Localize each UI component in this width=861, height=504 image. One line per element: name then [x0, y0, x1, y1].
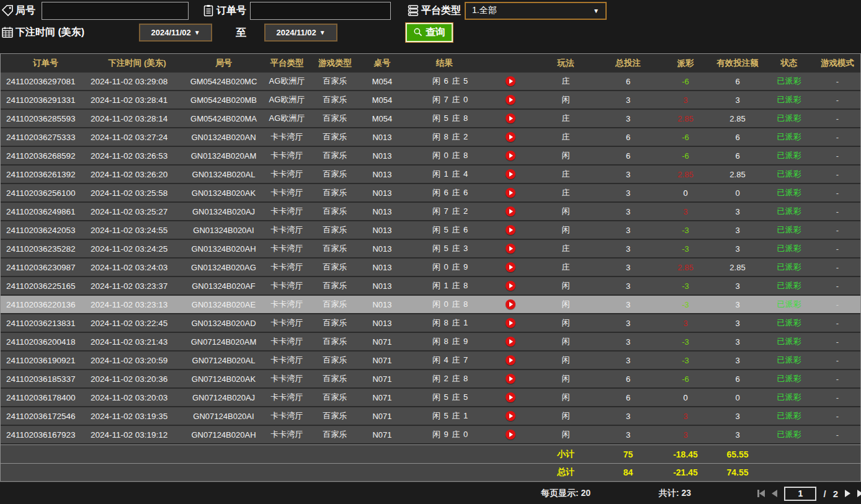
cell-valid-bet: 3	[712, 356, 764, 365]
cell-result: 闲 0 庄 9	[404, 262, 535, 273]
subtotal-payout: -18.45	[659, 449, 712, 459]
cell-table-number: N071	[360, 430, 404, 440]
cell-table-number: N013	[360, 244, 404, 254]
table-row[interactable]: 241102036213831 2024-11-02 03:22:45 GN01…	[1, 314, 860, 333]
cell-platform: 卡卡湾厅	[264, 373, 310, 384]
play-video-icon[interactable]	[506, 113, 515, 123]
cell-round-number: GN01324B020AG	[184, 263, 264, 272]
cell-bet-time: 2024-11-02 03:26:20	[91, 170, 184, 179]
table-row[interactable]: 241102036172546 2024-11-02 03:19:35 GN07…	[1, 407, 860, 426]
play-video-icon[interactable]	[506, 76, 515, 86]
cell-platform: 卡卡湾厅	[264, 131, 310, 143]
cell-order-number: 241102036172546	[1, 412, 91, 421]
cell-game-mode: -	[814, 412, 860, 421]
table-row[interactable]: 241102036235282 2024-11-02 03:24:25 GN01…	[1, 240, 860, 259]
cell-payout: -3	[659, 226, 712, 235]
play-video-icon[interactable]	[506, 355, 515, 365]
cell-result: 闲 8 庄 9	[404, 336, 535, 347]
play-video-icon[interactable]	[506, 188, 515, 198]
page-number-input[interactable]	[784, 487, 816, 501]
cell-status: 已派彩	[764, 76, 814, 87]
cell-table-number: N013	[360, 170, 404, 179]
play-video-icon[interactable]	[506, 132, 515, 142]
table-row[interactable]: 241102036268592 2024-11-02 03:26:53 GN01…	[1, 147, 860, 166]
cell-platform: 卡卡湾厅	[264, 336, 310, 347]
cell-game-type: 百家乐	[310, 355, 360, 366]
date-to-picker[interactable]: 2024/11/02 ▼	[264, 24, 337, 42]
cell-game-type: 百家乐	[310, 94, 360, 105]
table-row[interactable]: 241102036261392 2024-11-02 03:26:20 GN01…	[1, 166, 860, 184]
cell-round-number: GN01324B020AH	[184, 244, 264, 254]
col-header-payout: 派彩	[659, 58, 712, 69]
play-video-icon[interactable]	[506, 169, 515, 179]
table-row[interactable]: 241102036291331 2024-11-02 03:28:41 GM05…	[1, 91, 860, 110]
first-page-button[interactable]	[757, 490, 765, 497]
cell-order-number: 241102036256100	[1, 188, 91, 198]
cell-game-mode: -	[814, 114, 860, 123]
cell-bet-time: 2024-11-02 03:24:25	[91, 244, 184, 254]
cell-round-number: GN01324B020AK	[184, 188, 264, 198]
platform-type-select[interactable]: 1.全部 ▼	[465, 2, 607, 20]
table-row[interactable]: 241102036275333 2024-11-02 03:27:24 GN01…	[1, 128, 860, 147]
next-page-button[interactable]	[845, 490, 850, 497]
table-row[interactable]: 241102036167923 2024-11-02 03:19:12 GN07…	[1, 426, 860, 444]
play-video-icon[interactable]	[506, 151, 515, 161]
cell-total-bet: 3	[597, 95, 659, 105]
cell-total-bet: 3	[597, 207, 659, 216]
play-video-icon[interactable]	[506, 392, 515, 402]
col-header-status: 状态	[764, 58, 814, 69]
cell-total-bet: 3	[597, 188, 659, 198]
table-row[interactable]: 241102036200418 2024-11-02 03:21:43 GN07…	[1, 333, 860, 351]
cell-order-number: 241102036261392	[1, 170, 91, 179]
play-video-icon[interactable]	[506, 430, 515, 440]
play-video-icon[interactable]	[506, 206, 515, 216]
play-video-icon[interactable]	[506, 244, 515, 254]
play-video-icon[interactable]	[506, 337, 515, 347]
table-row[interactable]: 241102036285593 2024-11-02 03:28:14 GM05…	[1, 110, 860, 128]
cell-platform: 卡卡湾厅	[264, 429, 310, 440]
cell-table-number: N013	[360, 151, 404, 161]
play-video-icon[interactable]	[506, 225, 515, 235]
total-payout: -21.45	[659, 467, 712, 477]
cell-total-bet: 6	[597, 77, 659, 86]
play-video-icon[interactable]	[506, 299, 515, 309]
cell-platform: 卡卡湾厅	[264, 224, 310, 236]
cell-payout: 3	[659, 207, 712, 216]
cell-game-type: 百家乐	[310, 299, 360, 310]
table-row[interactable]: 241102036178400 2024-11-02 03:20:03 GN07…	[1, 389, 860, 407]
cell-game-type: 百家乐	[310, 373, 360, 384]
query-button[interactable]: 查询	[406, 23, 453, 42]
play-video-icon[interactable]	[506, 318, 515, 328]
round-number-input[interactable]	[42, 2, 189, 20]
platform-type-label: 平台类型	[421, 4, 461, 17]
cell-total-bet: 3	[597, 430, 659, 440]
cell-status: 已派彩	[764, 280, 814, 291]
table-row[interactable]: 241102036225165 2024-11-02 03:23:37 GN01…	[1, 277, 860, 296]
play-video-icon[interactable]	[506, 374, 515, 384]
table-row[interactable]: 241102036230987 2024-11-02 03:24:03 GN01…	[1, 259, 860, 277]
order-number-input[interactable]	[250, 2, 391, 20]
cell-table-number: N013	[360, 207, 404, 216]
date-range-to-label: 至	[236, 25, 246, 40]
last-page-button[interactable]	[857, 490, 861, 497]
cell-payout: -3	[659, 244, 712, 254]
chevron-down-icon: ▼	[194, 29, 200, 36]
table-row[interactable]: 241102036256100 2024-11-02 03:25:58 GN01…	[1, 184, 860, 203]
play-video-icon[interactable]	[506, 262, 515, 272]
table-row[interactable]: 241102036220136 2024-11-02 03:23:13 GN01…	[1, 296, 860, 314]
cell-result: 闲 8 庄 2	[404, 131, 535, 143]
play-video-icon[interactable]	[506, 281, 515, 291]
table-row[interactable]: 241102036242053 2024-11-02 03:24:55 GN01…	[1, 221, 860, 240]
cell-platform: 卡卡湾厅	[264, 392, 310, 403]
cell-table-number: N013	[360, 263, 404, 272]
play-video-icon[interactable]	[506, 411, 515, 421]
table-row[interactable]: 241102036249861 2024-11-02 03:25:27 GN01…	[1, 203, 860, 221]
cell-bet-time: 2024-11-02 03:23:37	[91, 281, 184, 291]
table-row[interactable]: 241102036190921 2024-11-02 03:20:59 GN07…	[1, 351, 860, 370]
table-row[interactable]: 241102036297081 2024-11-02 03:29:08 GM05…	[1, 73, 860, 91]
prev-page-button[interactable]	[772, 490, 777, 497]
table-row[interactable]: 241102036185337 2024-11-02 03:20:36 GN07…	[1, 370, 860, 389]
cell-bet-time: 2024-11-02 03:27:24	[91, 133, 184, 142]
date-from-picker[interactable]: 2024/11/02 ▼	[139, 24, 212, 42]
play-video-icon[interactable]	[506, 95, 515, 105]
